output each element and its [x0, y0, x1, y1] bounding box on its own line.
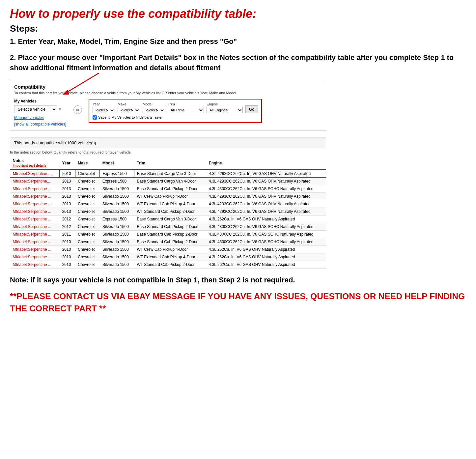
cell-model: Silverado 1500: [100, 192, 134, 200]
important-part-details-link[interactable]: Important part details: [13, 164, 46, 167]
table-body: Mfrlabel:Serpentine ....2013ChevroletExp…: [10, 170, 326, 269]
year-make-row: Year -Select- Make -Select- Model -Selec…: [93, 102, 258, 113]
cell-engine: 4.3L 4293CC 262Cu. In. V6 GAS OHV Natura…: [206, 170, 326, 178]
cell-year: 2012: [60, 215, 75, 223]
cell-engine: 4.3L 4300CC 262Cu. In. V6 GAS SOHC Natur…: [206, 185, 326, 192]
cell-make: Chevrolet: [75, 215, 100, 223]
compatibility-box: Compatibility To confirm that this part …: [10, 80, 326, 131]
step1-text: 1. Enter Year, Make, Model, Trim, Engine…: [10, 37, 466, 47]
cell-trim: Base Standard Cargo Van 3-Door: [134, 170, 206, 178]
table-row: Mfrlabel:Serpentine ...2013ChevroletSilv…: [10, 192, 326, 200]
table-row: Mfrlabel:Serpentine ...2010ChevroletSilv…: [10, 253, 326, 261]
table-row: Mfrlabel:Serpentine ...2013ChevroletSilv…: [10, 208, 326, 215]
year-label: Year: [93, 102, 115, 106]
col-trim: Trim: [134, 157, 206, 170]
step2-text: 2. Place your mouse over "Important Part…: [10, 53, 466, 73]
col-make: Make: [75, 157, 100, 170]
cell-engine: 4.3L 4300CC 262Cu. In. V6 GAS SOHC Natur…: [206, 230, 326, 238]
dropdown-arrow-icon: ▼: [58, 107, 62, 111]
model-select[interactable]: -Select-: [143, 107, 165, 113]
cell-engine: 4.3L 4300CC 262Cu. In. V6 GAS SOHC Natur…: [206, 223, 326, 230]
cell-model: Silverado 1500: [100, 230, 134, 238]
table-row: Mfrlabel:Serpentine ...2010ChevroletSilv…: [10, 245, 326, 253]
cell-year: 2013: [60, 200, 75, 208]
note-text: Note: if it says your vehicle is not com…: [10, 275, 466, 285]
make-select[interactable]: -Select-: [118, 107, 140, 113]
table-row: Mfrlabel:Serpentine....2013ChevroletExpr…: [10, 177, 326, 185]
cell-year: 2013: [60, 185, 75, 192]
go-button[interactable]: Go: [245, 105, 258, 113]
cell-trim: Base Standard Cab Pickup 2-Door: [134, 230, 206, 238]
cell-model: Silverado 1500: [100, 200, 134, 208]
vehicle-select[interactable]: Select a vehicle: [14, 105, 57, 113]
cell-make: Chevrolet: [75, 245, 100, 253]
cell-year: 2011: [60, 230, 75, 238]
cell-trim: Base Standard Cab Pickup 2-Door: [134, 185, 206, 192]
my-vehicles-section: My Vehicles Select a vehicle ▼ Manage ve…: [14, 99, 67, 127]
table-row: Mfrlabel:Serpentine ...2010ChevroletSilv…: [10, 238, 326, 245]
cell-engine: 4.3L 4300CC 262Cu. In. V6 GAS SOHC Natur…: [206, 238, 326, 245]
cell-year: 2013: [60, 208, 75, 215]
cell-trim: WT Crew Cab Pickup 4-Door: [134, 192, 206, 200]
col-engine: Engine: [206, 157, 326, 170]
cell-trim: WT Standard Cab Pickup 2-Door: [134, 261, 206, 268]
table-header-row: Notes Important part details Year Make M…: [10, 157, 326, 170]
cell-make: Chevrolet: [75, 185, 100, 192]
cell-make: Chevrolet: [75, 170, 100, 178]
make-label: Make: [118, 102, 140, 106]
compat-subtitle: To confirm that this part fits your vehi…: [14, 91, 322, 95]
cell-notes: Mfrlabel:Serpentine ...: [10, 185, 60, 192]
cell-year: 2013: [60, 177, 75, 185]
cell-trim: Base Standard Cargo Van 3-Door: [134, 215, 206, 223]
cell-model: Express 1500: [100, 177, 134, 185]
show-all-link[interactable]: [show all compatible vehicles]: [14, 122, 67, 127]
year-field-group: Year -Select-: [93, 102, 115, 113]
cell-notes: Mfrlabel:Serpentine....: [10, 177, 60, 185]
engine-select[interactable]: All Engines: [207, 107, 243, 113]
cell-year: 2010: [60, 253, 75, 261]
model-label: Model: [143, 102, 165, 106]
cell-engine: 4.3L 4293CC 262Cu. In. V6 GAS OHV Natura…: [206, 208, 326, 215]
cell-make: Chevrolet: [75, 261, 100, 268]
cell-notes: Mfrlabel:Serpentine ...: [10, 253, 60, 261]
trim-select[interactable]: All Trims: [168, 107, 204, 113]
cell-model: Express 1500: [100, 215, 134, 223]
cell-make: Chevrolet: [75, 192, 100, 200]
cell-notes: Mfrlabel:Serpentine ...: [10, 223, 60, 230]
year-select[interactable]: -Select-: [93, 107, 115, 113]
cell-notes: Mfrlabel:Serpentine ...: [10, 245, 60, 253]
cell-make: Chevrolet: [75, 238, 100, 245]
engine-field-group: Engine All Engines: [207, 102, 243, 113]
cell-notes: Mfrlabel:Serpentine ...: [10, 192, 60, 200]
cell-engine: 4.3L 4293CC 262Cu. In. V6 GAS OHV Natura…: [206, 192, 326, 200]
manage-vehicles-link[interactable]: Manage vehicles: [14, 115, 67, 120]
cell-notes: Mfrlabel:Serpentine ...: [10, 261, 60, 268]
cell-year: 2012: [60, 223, 75, 230]
steps-label: Steps:: [10, 23, 466, 34]
save-checkbox[interactable]: [93, 115, 97, 120]
cell-year: 2013: [60, 170, 75, 178]
table-row: Mfrlabel:Serpentine ...2012ChevroletExpr…: [10, 215, 326, 223]
table-row: Mfrlabel:Serpentine ...2011ChevroletSilv…: [10, 230, 326, 238]
cell-model: Silverado 1500: [100, 238, 134, 245]
cell-year: 2013: [60, 192, 75, 200]
table-row: Mfrlabel:Serpentine ....2013ChevroletExp…: [10, 170, 326, 178]
save-checkbox-row: Save to My Vehicles to finds parts faste…: [93, 115, 258, 120]
vehicle-select-wrapper: Select a vehicle ▼: [14, 105, 67, 113]
or-label: or: [73, 105, 82, 114]
table-row: Mfrlabel:Serpentine ...2013ChevroletSilv…: [10, 200, 326, 208]
cell-notes: Mfrlabel:Serpentine ...: [10, 230, 60, 238]
cell-model: Silverado 1500: [100, 253, 134, 261]
cell-notes: Mfrlabel:Serpentine ....: [10, 170, 60, 178]
cell-year: 2010: [60, 245, 75, 253]
contact-text: **PLEASE CONTACT US VIA EBAY MESSAGE IF …: [10, 290, 466, 314]
cell-model: Silverado 1500: [100, 245, 134, 253]
year-make-section: Year -Select- Make -Select- Model -Selec…: [89, 99, 262, 123]
cell-make: Chevrolet: [75, 223, 100, 230]
cell-engine: 4.3L 262Cu. In. V6 GAS OHV Naturally Asp…: [206, 215, 326, 223]
col-year: Year: [60, 157, 75, 170]
table-row: Mfrlabel:Serpentine ...2010ChevroletSilv…: [10, 261, 326, 268]
cell-model: Silverado 1500: [100, 208, 134, 215]
my-vehicles-label: My Vehicles: [14, 99, 67, 103]
make-field-group: Make -Select-: [118, 102, 140, 113]
